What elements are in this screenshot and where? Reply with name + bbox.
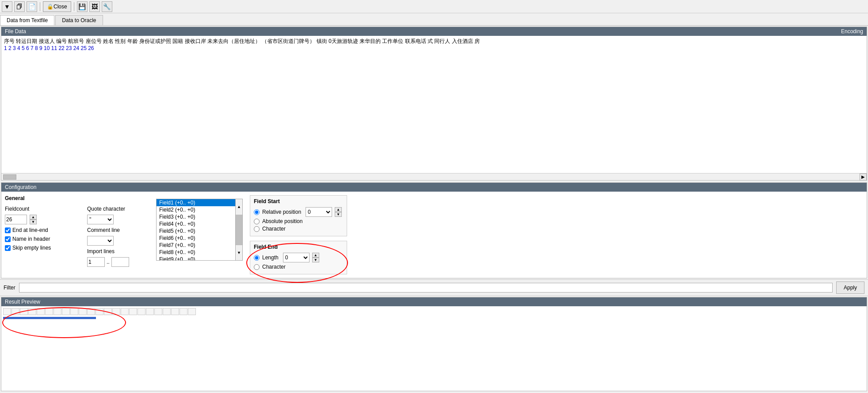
result-preview-title: Result Preview	[5, 299, 40, 305]
name-in-header-row: Name in header	[5, 236, 80, 242]
config-title: Configuration	[5, 184, 36, 190]
end-at-line-end-checkbox[interactable]	[5, 227, 11, 233]
result-preview-content[interactable]	[1, 306, 867, 342]
file-data-scrollbar[interactable]: ▶	[1, 173, 867, 180]
field-list-item[interactable]: Field6 (+0.. +0)	[157, 235, 235, 242]
preview-cell	[180, 308, 187, 315]
preview-cell	[171, 308, 179, 315]
preview-blue-bar	[3, 317, 96, 319]
result-preview-header: Result Preview	[1, 297, 867, 306]
field-config-panel: Field Start Relative position 0 ▲ ▼	[250, 195, 347, 274]
length-radio[interactable]	[254, 255, 260, 261]
length-spinner: ▲ ▼	[312, 253, 319, 262]
name-in-header-checkbox[interactable]	[5, 236, 11, 242]
field-list-item[interactable]: Field3 (+0.. +0)	[157, 213, 235, 220]
relative-position-select[interactable]: 0	[306, 207, 332, 217]
preview-cell	[121, 308, 129, 315]
preview-cell	[188, 308, 196, 315]
field-list: Field1 (+0.. +0) Field2 (+0.. +0) Field3…	[157, 199, 235, 261]
quote-char-label: Quote character	[87, 206, 125, 212]
rel-pos-down[interactable]: ▼	[335, 212, 342, 217]
close-label: Close	[54, 4, 67, 10]
field-list-item[interactable]: Field7 (+0.. +0)	[157, 242, 235, 249]
scroll-right-btn[interactable]: ▶	[860, 173, 867, 181]
absolute-position-label: Absolute position	[262, 218, 302, 224]
preview-cell	[96, 308, 103, 315]
field-start-character-radio[interactable]	[254, 226, 260, 232]
file-data-row2: 1 2 3 4 5 6 7 8 9 10 11 22 23 24 25 26	[4, 45, 864, 51]
import-lines-row: Import lines	[87, 248, 149, 254]
field-end-character-label: Character	[262, 264, 286, 270]
field-list-spacer	[156, 195, 243, 197]
field-list-scrollbar: ▲ ▼	[236, 199, 243, 261]
apply-button[interactable]: Apply	[836, 281, 864, 294]
end-at-line-end-label: End at line-end	[12, 227, 48, 233]
encoding-label: Encoding	[841, 28, 863, 35]
tabs: Data from Textfile Data to Oracle	[0, 13, 868, 26]
field-list-scroll-thumb	[236, 215, 242, 245]
quote-char-row: Quote character	[87, 206, 149, 212]
relative-position-spinner: ▲ ▼	[335, 207, 342, 217]
file-data-title: File Data	[5, 28, 26, 35]
field-list-item[interactable]: Field8 (+0.. +0)	[157, 249, 235, 256]
name-in-header-label: Name in header	[12, 236, 50, 242]
comment-line-label: Comment line	[87, 227, 122, 233]
rel-pos-up[interactable]: ▲	[335, 207, 342, 212]
length-select[interactable]: 0	[283, 253, 310, 262]
preview-cell	[104, 308, 112, 315]
page-button[interactable]: 📄	[27, 1, 37, 12]
field-list-item[interactable]: Field9 (+0.. +0)	[157, 256, 235, 261]
horizontal-scrollbar-thumb[interactable]	[3, 174, 16, 180]
save-button[interactable]: 💾	[77, 1, 88, 12]
filter-input[interactable]	[19, 283, 833, 293]
quote-char-select[interactable]: "	[87, 215, 114, 224]
copy-button[interactable]: 🗍	[14, 1, 25, 12]
field-list-item[interactable]: Field5 (+0.. +0)	[157, 227, 235, 235]
dot-dot: ..	[107, 259, 110, 265]
preview-cell	[138, 308, 145, 315]
import-lines-label: Import lines	[87, 248, 122, 254]
file-data-content[interactable]: 序号 转运日期 接送人 编号 航班号 座位号 姓名 性别 年龄 身份证或护照 国…	[1, 36, 867, 173]
fieldcount-label: Fieldcount	[5, 206, 40, 212]
import-lines-input-row: ..	[87, 257, 149, 267]
fieldcount-input-row: ▲ ▼	[5, 215, 80, 224]
relative-position-radio[interactable]	[254, 209, 260, 215]
absolute-position-radio[interactable]	[254, 219, 260, 224]
preview-highlight-bar	[3, 317, 865, 319]
field-list-scroll-down[interactable]: ▼	[236, 245, 242, 261]
field-list-item[interactable]: Field4 (+0.. +0)	[157, 220, 235, 227]
fieldcount-input[interactable]	[5, 215, 27, 224]
field-list-container[interactable]: Field1 (+0.. +0) Field2 (+0.. +0) Field3…	[156, 199, 236, 261]
skip-empty-lines-checkbox[interactable]	[5, 245, 11, 251]
comment-line-input-row	[87, 236, 149, 246]
tab-data-from-textfile[interactable]: Data from Textfile	[0, 15, 54, 25]
field-list-panel: Field1 (+0.. +0) Field2 (+0.. +0) Field3…	[156, 195, 243, 274]
general-panel: General Fieldcount ▲ ▼ End at line-end	[5, 195, 80, 274]
preview-cell	[20, 308, 28, 315]
field-list-item[interactable]: Field2 (+0.. +0)	[157, 206, 235, 213]
field-list-item[interactable]: Field1 (+0.. +0)	[157, 199, 235, 206]
comment-line-select[interactable]	[87, 236, 114, 246]
fieldcount-down[interactable]: ▼	[30, 220, 37, 224]
skip-empty-lines-row: Skip empty lines	[5, 245, 80, 251]
field-list-scroll-up[interactable]: ▲	[236, 199, 242, 215]
length-label: Length	[262, 254, 279, 261]
toolbar-separator2	[74, 2, 74, 11]
length-down[interactable]: ▼	[312, 258, 319, 262]
image-button[interactable]: 🖼	[89, 1, 100, 12]
import-lines-to-input[interactable]	[111, 257, 129, 267]
tab-data-to-oracle[interactable]: Data to Oracle	[55, 15, 103, 25]
filter-row: Filter Apply	[0, 279, 868, 296]
close-button[interactable]: 🔒 Close	[43, 1, 71, 12]
arrow-dropdown-button[interactable]: ▼	[2, 1, 12, 12]
preview-cell	[11, 308, 19, 315]
length-up[interactable]: ▲	[312, 253, 319, 258]
fieldcount-up[interactable]: ▲	[30, 215, 37, 220]
field-end-character-radio[interactable]	[254, 264, 260, 270]
wrench-button[interactable]: 🔧	[102, 1, 112, 12]
import-lines-from-input[interactable]	[87, 257, 105, 267]
file-data-row1: 序号 转运日期 接送人 编号 航班号 座位号 姓名 性别 年龄 身份证或护照 国…	[4, 38, 864, 45]
preview-cell	[62, 308, 70, 315]
preview-grid	[3, 308, 865, 315]
file-data-header: File Data Encoding	[1, 27, 867, 36]
